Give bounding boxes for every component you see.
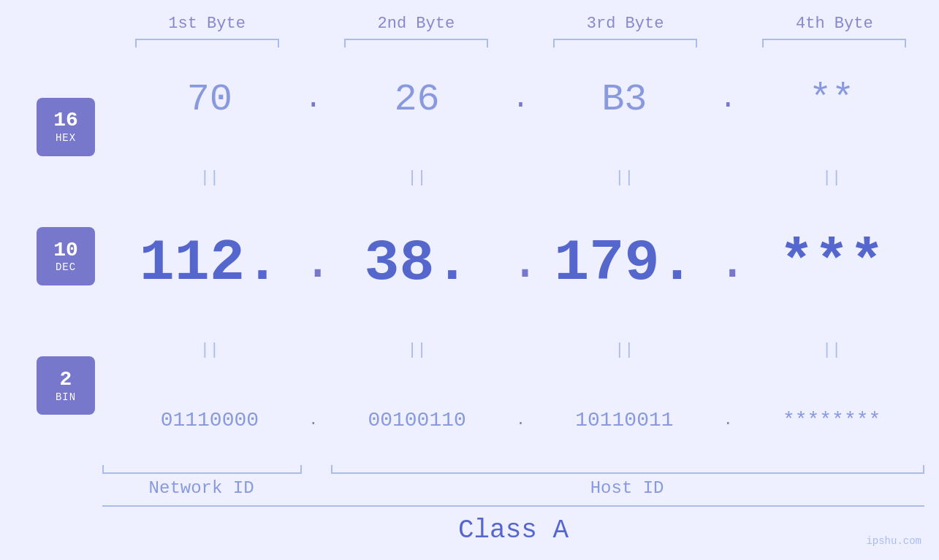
hex-b1-value: 70 [187, 78, 232, 121]
bin-b2-cell: 00100110 [324, 407, 510, 434]
hex-row: 70 . 26 . B3 . ** [117, 79, 924, 120]
equals-row-1: || || || || [117, 169, 924, 187]
dot-hex-3: . [717, 85, 739, 114]
bin-badge-number: 2 [60, 369, 72, 391]
dot-bin-3: . [717, 413, 739, 428]
bin-badge: 2 BIN [37, 356, 95, 415]
dec-badge-label: DEC [56, 261, 76, 273]
main-container: 1st Byte 2nd Byte 3rd Byte 4th Byte 16 H… [0, 0, 939, 560]
dot-hex-1: . [303, 85, 324, 114]
dot-dec-3: . [717, 238, 739, 289]
bottom-labels-area: Network ID Host ID [0, 465, 939, 498]
equals-row-2: || || || || [117, 341, 924, 359]
data-columns: 70 . 26 . B3 . ** [117, 47, 924, 465]
byte2-label: 2nd Byte [378, 15, 455, 33]
bin-row: 01110000 . 00100110 . 10110011 . [117, 407, 924, 434]
equals-1-b4: || [822, 169, 841, 187]
bin-b4-cell: ******** [739, 407, 924, 434]
hex-b1-cell: 70 [117, 79, 303, 120]
byte3-bracket-top [553, 39, 697, 47]
equals-1-b2: || [407, 169, 426, 187]
byte2-bracket-top [344, 39, 488, 47]
byte1-col-header: 1st Byte [117, 15, 297, 47]
main-content-area: 16 HEX 10 DEC 2 BIN 70 . [0, 47, 939, 465]
equals-2-b3: || [615, 341, 634, 359]
dot-dec-1: . [303, 238, 324, 289]
dec-badge-number: 10 [53, 239, 78, 262]
equals-2-b1: || [200, 341, 219, 359]
dec-b3-cell: 179. [532, 234, 718, 293]
dec-b3-value: 179. [554, 230, 694, 296]
byte3-col-header: 3rd Byte [536, 15, 715, 47]
byte1-label: 1st Byte [168, 15, 246, 33]
hex-badge-number: 16 [53, 110, 78, 132]
network-id-label-cell: Network ID [102, 478, 300, 498]
labels-row: Network ID Host ID [102, 478, 924, 498]
hex-b3-value: B3 [601, 78, 647, 121]
hex-b3-cell: B3 [532, 79, 718, 120]
dot-bin-1: . [303, 413, 324, 428]
class-area: Class A [0, 505, 939, 545]
host-id-label-cell: Host ID [330, 478, 924, 498]
hex-b4-value: ** [809, 78, 854, 121]
class-bracket-line [102, 505, 924, 507]
dot-dec-2: . [510, 238, 532, 289]
dec-row: 112. . 38. . 179. . *** [117, 234, 924, 293]
bin-b2-value: 00100110 [368, 409, 465, 431]
hex-b4-cell: ** [739, 79, 924, 120]
header-row: 1st Byte 2nd Byte 3rd Byte 4th Byte [0, 15, 939, 47]
bin-b3-cell: 10110011 [532, 407, 718, 434]
watermark: ipshu.com [866, 535, 921, 547]
bin-b1-value: 01110000 [161, 409, 259, 431]
dec-b4-value: *** [779, 230, 884, 296]
dec-b2-cell: 38. [324, 234, 510, 293]
dot-bin-2: . [510, 413, 532, 428]
byte4-bracket-top [762, 39, 906, 47]
dot-hex-2: . [510, 85, 532, 114]
dec-b1-value: 112. [140, 230, 280, 296]
hex-badge: 16 HEX [37, 98, 95, 156]
equals-2-b4: || [822, 341, 841, 359]
network-id-bracket [102, 465, 302, 474]
bin-b4-value: ******** [783, 409, 881, 431]
bottom-brackets-row [102, 465, 924, 474]
bin-b3-value: 10110011 [575, 409, 673, 431]
dec-b2-value: 38. [365, 230, 470, 296]
hex-badge-label: HEX [56, 132, 76, 144]
host-id-bracket [331, 465, 924, 474]
badges-column: 16 HEX 10 DEC 2 BIN [15, 47, 117, 465]
dec-badge: 10 DEC [37, 227, 95, 285]
equals-1-b1: || [200, 169, 219, 187]
bin-b1-cell: 01110000 [117, 407, 303, 434]
byte1-bracket-top [135, 39, 279, 47]
equals-1-b3: || [615, 169, 634, 187]
dec-b4-cell: *** [739, 234, 924, 293]
bin-badge-label: BIN [56, 391, 76, 403]
host-id-label: Host ID [590, 478, 664, 498]
hex-b2-value: 26 [394, 78, 439, 121]
network-id-label: Network ID [149, 478, 254, 498]
hex-b2-cell: 26 [324, 79, 510, 120]
byte4-label: 4th Byte [796, 15, 873, 33]
byte4-col-header: 4th Byte [745, 15, 924, 47]
equals-2-b2: || [407, 341, 426, 359]
class-label: Class A [102, 515, 924, 545]
byte3-label: 3rd Byte [587, 15, 664, 33]
dec-b1-cell: 112. [117, 234, 303, 293]
byte2-col-header: 2nd Byte [326, 15, 506, 47]
